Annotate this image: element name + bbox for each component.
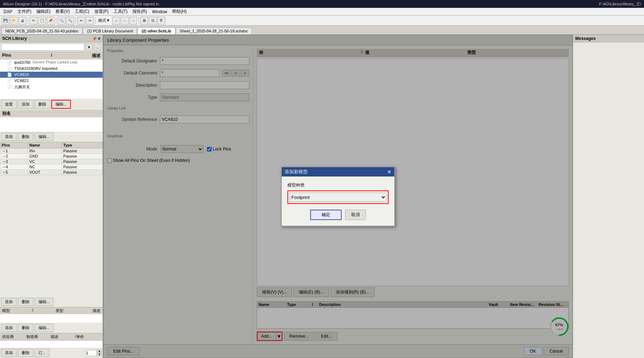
alias-edit-btn[interactable]: 编辑... xyxy=(35,133,53,141)
tab-sheet[interactable]: Sheet_1_2020-04-28_21-50-19.schdoc xyxy=(176,27,252,34)
comp-edit-btn[interactable]: 编辑... xyxy=(51,100,71,109)
tb-btn-5[interactable]: 📋 xyxy=(38,17,46,25)
supplier-section: 供应商 制造商 描述 / 单价 添加 删除 订... ▲ ▼ xyxy=(0,333,103,358)
amd-model-select[interactable]: Footprint Simulation PCB3D Signal Integr… xyxy=(290,193,386,202)
pins-scroll[interactable]: Pins Name Type →1 IN+ Passive →2 xyxy=(0,142,103,297)
alias-add-btn[interactable]: 添加 xyxy=(1,133,17,141)
search-btn[interactable]: ▼ xyxy=(85,44,93,51)
left-panel-pin[interactable]: 📌 ✕ xyxy=(92,37,100,41)
tb-btn-undo[interactable]: ↩ xyxy=(77,17,85,25)
tb-btn-redo[interactable]: ↪ xyxy=(86,17,94,25)
tab-schlib[interactable]: (2) other.SchLib xyxy=(137,27,175,34)
pin-num-1: →1 xyxy=(0,148,28,154)
comp-item-ts5[interactable]: 📄 TS5A3159DBV Imported xyxy=(0,66,103,72)
model-edit-btn[interactable]: 编辑... xyxy=(35,324,53,332)
tb-btn-arrow[interactable]: → xyxy=(112,17,120,25)
toolbar: 💾 📂 🖨 ✂ 📋 📌 🔍 🔍 ↩ ↪ 模式▼ → ← → ⊞ ⊡ ∇ xyxy=(0,16,644,26)
tb-btn-2[interactable]: 📂 xyxy=(10,17,18,25)
model-del-btn[interactable]: 删除 xyxy=(18,324,33,332)
tb-btn-arrow3[interactable]: → xyxy=(129,17,137,25)
pin-row-2[interactable]: →2 GND Passive xyxy=(0,154,103,159)
right-panel-title: Messages xyxy=(575,36,596,41)
supplier-list xyxy=(0,341,103,348)
pins-btn-row: 添加 删除 编辑... xyxy=(0,297,103,307)
right-panel-header: Messages xyxy=(573,35,644,42)
tab-pcblib[interactable]: (2) PCB Library Document xyxy=(83,27,137,34)
menu-edit[interactable]: 编辑(E) xyxy=(34,8,53,15)
comp-col-desc: 描述 xyxy=(92,53,100,59)
qty-up[interactable]: ▲ xyxy=(97,349,102,353)
pin-type-1: Passive xyxy=(62,148,102,154)
pins-section: Pins Name Type →1 IN+ Passive →2 xyxy=(0,142,103,307)
tb-btn-3[interactable]: 🖨 xyxy=(19,17,26,25)
alias-label: 别名 xyxy=(2,111,11,117)
pins-col-name: Name xyxy=(28,142,62,148)
amd-close-btn[interactable]: ✕ xyxy=(387,169,391,175)
pin-row-3[interactable]: →3 VC Passive xyxy=(0,159,103,164)
pin-row-4[interactable]: →4 NC Passive xyxy=(0,164,103,170)
tb-btn-4[interactable]: ✂ xyxy=(30,17,37,25)
left-panel-header: SCH Library 📌 ✕ xyxy=(0,35,103,42)
tab-pcb[interactable]: NEW_PCB_2020-04-28_21-50-43.pcbdoc xyxy=(1,27,82,34)
tb-btn-grid2[interactable]: ⊡ xyxy=(149,17,157,25)
comp-item-switch[interactable]: 📄 六脚开关 xyxy=(0,84,103,91)
alias-del-btn[interactable]: 删除 xyxy=(18,133,33,141)
search-dots-btn[interactable]: … xyxy=(94,44,102,51)
pin-num-3: →3 xyxy=(0,159,28,164)
supplier-qty[interactable] xyxy=(86,350,97,356)
comp-del-btn[interactable]: 删除 xyxy=(35,100,50,109)
qty-down[interactable]: ▼ xyxy=(97,353,102,356)
dialog-overlay: 添加新模型 ✕ 模型种类 Footprint Simulation PCB3D … xyxy=(103,35,573,358)
search-section: ▼ … xyxy=(0,42,103,52)
component-list[interactable]: 📄 tps63700 Generic Phase Locked Loop 📄 T… xyxy=(0,60,103,99)
tb-btn-grid[interactable]: ⊞ xyxy=(140,17,148,25)
comp-item-vca810[interactable]: 📄 VCA810 xyxy=(0,72,103,78)
amd-title: 添加新模型 xyxy=(285,169,308,175)
comp-place-btn[interactable]: 放置 xyxy=(1,100,17,109)
tb-btn-7[interactable]: 🔍 xyxy=(58,17,66,25)
model-add-btn[interactable]: 添加 xyxy=(1,324,17,332)
menu-dxp[interactable]: DXP xyxy=(1,9,15,15)
model-btn-row: 添加 删除 编辑... xyxy=(0,323,103,333)
menu-report[interactable]: 报告(R) xyxy=(130,8,149,15)
pin-type-4: Passive xyxy=(62,164,102,170)
tb-btn-arrow2[interactable]: ← xyxy=(121,17,129,25)
pins-add-btn[interactable]: 添加 xyxy=(1,298,17,306)
search-input[interactable] xyxy=(1,44,84,51)
comp-desc-tps: Generic Phase Locked Loop xyxy=(32,60,77,65)
tb-btn-8[interactable]: 🔍 xyxy=(66,17,74,25)
amd-body: 模型种类 Footprint Simulation PCB3D Signal I… xyxy=(282,177,394,226)
supplier-add-btn[interactable]: 添加 xyxy=(1,349,17,357)
add-model-dialog: 添加新模型 ✕ 模型种类 Footprint Simulation PCB3D … xyxy=(281,167,395,226)
comp-name-tps: tps63700 xyxy=(14,60,30,65)
menu-file[interactable]: 文件(F) xyxy=(15,8,33,15)
tb-sep-3 xyxy=(76,17,76,24)
tb-btn-6[interactable]: 📌 xyxy=(47,17,54,25)
pins-edit-btn[interactable]: 编辑... xyxy=(35,298,53,306)
menu-project[interactable]: 工程(C) xyxy=(73,8,92,15)
menu-window[interactable]: Window xyxy=(150,9,170,15)
comp-item-vca821[interactable]: 📄 VCA821 xyxy=(0,78,103,84)
title-right: F:\AD\Library\library_王\ xyxy=(599,1,641,7)
pins-del-btn[interactable]: 删除 xyxy=(18,298,33,306)
amd-select-wrapper: Footprint Simulation PCB3D Signal Integr… xyxy=(287,190,389,204)
pin-row-1[interactable]: →1 IN+ Passive xyxy=(0,148,103,154)
comp-icon-vca821: 📄 xyxy=(7,78,12,83)
amd-ok-btn[interactable]: 确定 xyxy=(310,210,342,220)
menu-place[interactable]: 放置(P) xyxy=(92,8,111,15)
pin-row-5[interactable]: →5 VOUT Passive xyxy=(0,170,103,175)
comp-add-btn[interactable]: 添加 xyxy=(18,100,33,109)
comp-name-vca821: VCA821 xyxy=(14,78,29,83)
pins-col-type: Type xyxy=(62,142,102,148)
menu-help[interactable]: 帮助(H) xyxy=(170,8,189,15)
menubar: DXP 文件(F) 编辑(E) 察看(V) 工程(C) 放置(P) 工具(T) … xyxy=(0,8,644,16)
menu-tools[interactable]: 工具(T) xyxy=(111,8,130,15)
amd-cancel-btn[interactable]: 取消 xyxy=(345,210,366,220)
supplier-order-btn[interactable]: 订... xyxy=(35,349,50,357)
tb-btn-sym[interactable]: ∇ xyxy=(157,17,165,25)
qty-arrows: ▲ ▼ xyxy=(97,349,102,356)
menu-view[interactable]: 察看(V) xyxy=(53,8,72,15)
supplier-del-btn[interactable]: 删除 xyxy=(18,349,33,357)
tb-btn-1[interactable]: 💾 xyxy=(1,17,9,25)
comp-item-tps[interactable]: 📄 tps63700 Generic Phase Locked Loop xyxy=(0,60,103,66)
